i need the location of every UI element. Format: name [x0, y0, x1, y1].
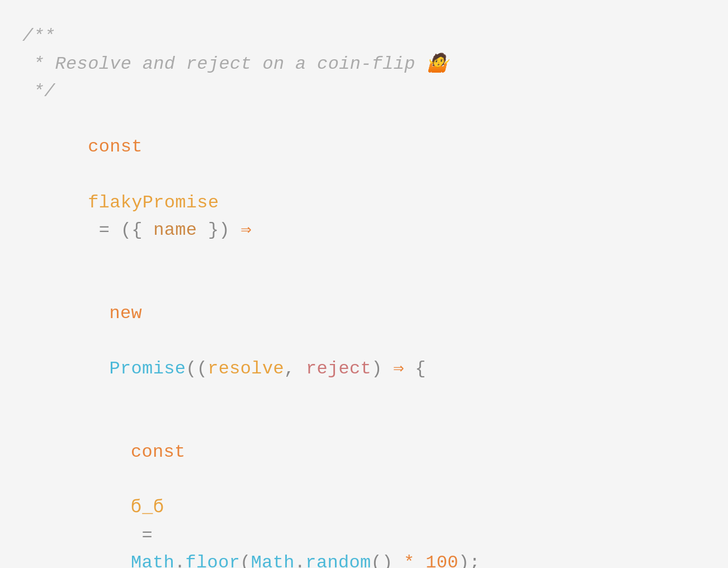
math-floor-call: Math — [131, 552, 174, 568]
new-keyword: new — [110, 303, 143, 324]
resolve-param: resolve — [207, 358, 284, 379]
code-container: /** * Resolve and reject on a coin-flip … — [0, 0, 728, 568]
math-random-call: Math — [251, 552, 295, 568]
floor-method: floor — [186, 552, 240, 568]
line-const-decl: const flakyPromise = ({ name }) ⇒ — [22, 106, 706, 272]
promise-class: Promise — [110, 358, 186, 379]
comment-line-3: */ — [22, 78, 706, 106]
line-new-promise: new Promise((resolve, reject) ⇒ { — [44, 272, 706, 410]
line-const-var: const ϭ_ϭ = Math.floor(Math.random() * 1… — [65, 410, 706, 568]
code-block: /** * Resolve and reject on a coin-flip … — [22, 22, 706, 568]
random-method: random — [305, 552, 371, 568]
const-keyword: const — [88, 136, 143, 157]
param-name: name — [153, 220, 197, 240]
arrow-1: ⇒ — [241, 220, 252, 240]
arrow-2: ⇒ — [393, 358, 404, 379]
hundred-val: 100 — [426, 552, 458, 568]
multiply-op: * — [404, 552, 415, 568]
comment-line-1: /** — [22, 22, 706, 50]
comment-line-2: * Resolve and reject on a coin-flip 🤷 — [22, 50, 706, 78]
function-name: flakyPromise — [88, 192, 219, 213]
reject-param: reject — [306, 358, 371, 379]
variable-name: ϭ_ϭ — [131, 497, 164, 518]
const-keyword-2: const — [131, 442, 186, 462]
